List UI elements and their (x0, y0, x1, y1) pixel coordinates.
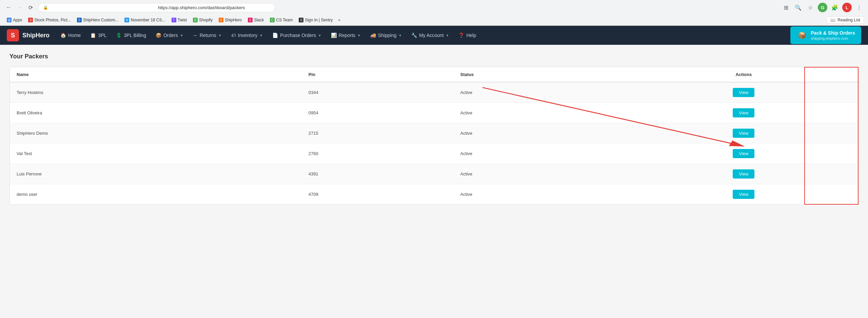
back-button[interactable]: ← (4, 3, 14, 12)
bookmark-sentry[interactable]: S Sign In | Sentry (296, 17, 335, 23)
nav-home[interactable]: 🏠 Home (56, 30, 85, 41)
cell-actions: View (629, 123, 858, 144)
nav-help[interactable]: ❓ Help (454, 30, 480, 41)
orders-icon: 📦 (156, 33, 161, 38)
url-text: https://app.shiphero.com/dashboard/packe… (158, 5, 270, 10)
bookmarks-more-button[interactable]: » (336, 17, 342, 23)
nav-orders[interactable]: 📦 Orders ▼ (152, 30, 188, 41)
col-header-status: Status (454, 67, 629, 82)
nav-returns[interactable]: ↔ Returns ▼ (189, 30, 226, 41)
slack-favicon: S (248, 18, 253, 22)
nav-3pl-billing[interactable]: 💲 3PL Billing (112, 30, 150, 41)
bookmark-november[interactable]: N November 18 CS... (122, 17, 168, 23)
view-button[interactable]: View (733, 169, 754, 179)
cell-name: Terry Hoskins (10, 82, 302, 103)
cell-pin: 4391 (302, 164, 454, 184)
table-row: Terry Hoskins0344ActiveView (10, 82, 858, 103)
nav-buttons: ← → ⟳ (4, 3, 35, 12)
bookmark-shiphero-custom-label: ShipHero Custom... (83, 18, 119, 22)
cell-name: demo user (10, 184, 302, 205)
nav-reports[interactable]: 📊 Reports ▼ (327, 30, 365, 41)
nav-returns-label: Returns (200, 33, 216, 38)
table-row: Brett Oliveira0954ActiveView (10, 103, 858, 123)
packers-table-container: Name Pin Status Actions Terry Hoskins034… (9, 67, 859, 205)
nav-shipping-label: Shipping (378, 33, 397, 38)
nav-reports-label: Reports (339, 33, 355, 38)
reload-button[interactable]: ⟳ (26, 3, 35, 12)
table-row: demo user4709ActiveView (10, 184, 858, 205)
view-button[interactable]: View (733, 149, 754, 158)
forward-button[interactable]: → (15, 3, 24, 12)
lock-icon: 🔒 (43, 5, 155, 10)
nav-menu: 🏠 Home 📋 3PL 💲 3PL Billing 📦 Orders ▼ ↔ … (56, 30, 790, 41)
bookmark-shiphero-custom[interactable]: S ShipHero Custom... (74, 17, 121, 23)
bookmark-shopify[interactable]: S Shopify (190, 17, 215, 23)
pack-ship-sub-label: shipping.shiphero.com (811, 36, 855, 41)
nav-inventory[interactable]: 🏷 Inventory ▼ (227, 30, 267, 41)
table-row: Luis Perrone4391ActiveView (10, 164, 858, 184)
bookmark-shiphero-label: ShipHero (225, 18, 242, 22)
returns-icon: ↔ (193, 33, 198, 38)
cell-status: Active (454, 184, 629, 205)
col-header-pin: Pin (302, 67, 454, 82)
pack-ship-button[interactable]: 📦 Pack & Ship Orders shipping.shiphero.c… (790, 26, 861, 44)
cell-actions: View (629, 103, 858, 123)
view-button[interactable]: View (733, 108, 754, 117)
nav-my-account[interactable]: 🔧 My Account ▼ (407, 30, 453, 41)
bookmark-twist[interactable]: T Twist (169, 17, 190, 23)
cell-status: Active (454, 164, 629, 184)
reports-icon: 📊 (331, 33, 337, 38)
cell-pin: 0344 (302, 82, 454, 103)
nav-shipping[interactable]: 🚚 Shipping ▼ (366, 30, 406, 41)
packers-table-wrapper: Name Pin Status Actions Terry Hoskins034… (9, 67, 859, 205)
app-logo[interactable]: S ShipHero (7, 29, 50, 41)
view-button[interactable]: View (733, 129, 754, 138)
bookmark-stock-label: Stock Photos, Pict... (34, 18, 71, 22)
cell-status: Active (454, 82, 629, 103)
returns-chevron-icon: ▼ (218, 34, 222, 37)
cell-name: Val Test (10, 144, 302, 164)
home-icon: 🏠 (60, 33, 66, 38)
address-bar[interactable]: 🔒 https://app.shiphero.com/dashboard/pac… (38, 3, 275, 12)
shipping-chevron-icon: ▼ (398, 34, 402, 37)
bookmark-shiphero[interactable]: S ShipHero (216, 17, 244, 23)
bookmark-star-icon[interactable]: ☆ (806, 3, 815, 12)
cell-name: Luis Perrone (10, 164, 302, 184)
packers-table: Name Pin Status Actions Terry Hoskins034… (10, 67, 858, 204)
inventory-chevron-icon: ▼ (259, 34, 263, 37)
bookmark-stock[interactable]: S Stock Photos, Pict... (25, 17, 73, 23)
bookmark-csteam[interactable]: C CS Team (267, 17, 295, 23)
billing-icon: 💲 (116, 33, 122, 38)
nav-home-label: Home (68, 33, 81, 38)
shopify-favicon: S (193, 18, 198, 22)
search-icon[interactable]: 🔍 (793, 3, 803, 12)
nav-purchase-orders[interactable]: 📄 Purchase Orders ▼ (268, 30, 326, 41)
menu-icon[interactable]: ⋮ (854, 3, 864, 12)
view-button[interactable]: View (733, 88, 754, 97)
logo-icon: S (7, 29, 19, 41)
nav-3pl[interactable]: 📋 3PL (86, 30, 111, 41)
bookmark-slack[interactable]: S Slack (245, 17, 267, 23)
cell-actions: View (629, 184, 858, 205)
apps-favicon: ⊞ (7, 18, 12, 22)
my-account-icon: 🔧 (411, 33, 417, 38)
pack-ship-text: Pack & Ship Orders shipping.shiphero.com (811, 30, 855, 41)
view-button[interactable]: View (733, 190, 754, 199)
twist-favicon: T (172, 18, 176, 22)
puzzle-icon[interactable]: 🧩 (830, 3, 840, 12)
cell-actions: View (629, 164, 858, 184)
grid-icon[interactable]: ⊞ (781, 3, 791, 12)
google-avatar[interactable]: G (818, 3, 827, 12)
cell-actions: View (629, 144, 858, 164)
profile-avatar[interactable]: L (842, 3, 852, 12)
bookmarks-bar: ⊞ Apps S Stock Photos, Pict... S ShipHer… (0, 15, 868, 25)
nav-orders-label: Orders (163, 33, 178, 38)
app-navbar: S ShipHero 🏠 Home 📋 3PL 💲 3PL Billing 📦 … (0, 26, 868, 45)
csteam-favicon: C (270, 18, 275, 22)
reading-list-button[interactable]: 📖 Reading List (827, 16, 864, 24)
shiphero-custom-favicon: S (77, 18, 82, 22)
cell-name: ShipHero Demo (10, 123, 302, 144)
sentry-favicon: S (299, 18, 303, 22)
bookmark-apps[interactable]: ⊞ Apps (4, 17, 25, 23)
reports-chevron-icon: ▼ (357, 34, 361, 37)
